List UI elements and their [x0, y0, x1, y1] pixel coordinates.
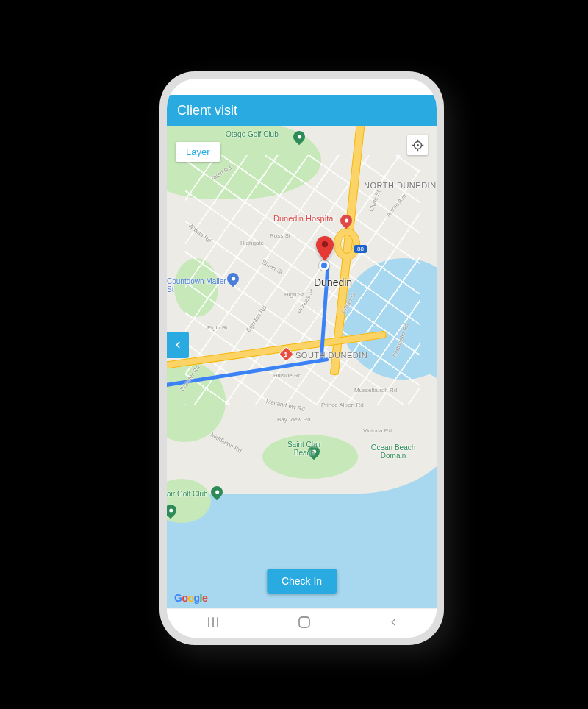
map-view[interactable]: 88 1 Otago Golf Club NORTH DUNEDIN Duned…: [167, 126, 437, 608]
recent-apps-button[interactable]: [206, 616, 220, 631]
highway-badge-88: 88: [354, 245, 367, 253]
crosshair-icon: [412, 139, 424, 152]
svg-rect-10: [299, 617, 309, 627]
chevron-left-icon: [173, 340, 183, 350]
recent-apps-icon: [206, 616, 220, 628]
title-bar: Client visit: [167, 95, 437, 126]
home-icon: [298, 616, 311, 629]
route-start-dot: [319, 260, 329, 271]
collapse-panel-button[interactable]: [167, 332, 189, 358]
android-nav-bar: [167, 608, 437, 638]
svg-point-0: [322, 241, 328, 247]
map-highway-loop: [334, 229, 359, 260]
back-button[interactable]: [388, 617, 398, 630]
phone-frame: Client visit: [159, 71, 444, 645]
back-icon: [388, 617, 398, 627]
phone-bezel: Client visit: [167, 79, 437, 638]
check-in-button[interactable]: Check In: [267, 569, 337, 594]
page-title: Client visit: [177, 103, 237, 118]
svg-point-2: [417, 144, 419, 146]
locate-button[interactable]: [407, 135, 428, 155]
layer-button[interactable]: Layer: [176, 142, 220, 162]
map-attribution: Google: [174, 592, 207, 604]
map-road-grid: [185, 155, 420, 405]
home-button[interactable]: [298, 616, 311, 632]
app-screen: Client visit: [167, 95, 437, 638]
map-marker-icon[interactable]: [316, 236, 334, 254]
